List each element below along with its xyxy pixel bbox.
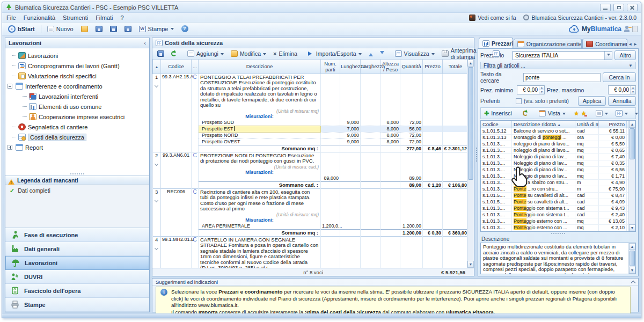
collapse-minus-icon[interactable] (8, 84, 12, 89)
remove-favorite-icon[interactable]: ★ (581, 110, 587, 116)
tree-item-report[interactable]: Report (6, 142, 148, 152)
scroll-up-icon[interactable]: ▲ (629, 243, 635, 250)
user-account-icon[interactable] (624, 26, 630, 32)
item-type[interactable]: C (192, 188, 199, 236)
grid-options-button[interactable] (613, 109, 631, 118)
grid-col-7[interactable]: Quantità (400, 60, 423, 74)
grid-cell[interactable] (443, 126, 467, 132)
row-collapse-icon[interactable] (155, 246, 158, 250)
grid-cell[interactable] (340, 175, 361, 182)
grid-cell[interactable] (361, 223, 381, 230)
price-list-row[interactable]: s.1.01.3....Ponteggio con sistema t...ca… (481, 212, 628, 218)
grid-cell[interactable] (381, 74, 400, 120)
grid-cell[interactable] (361, 152, 381, 175)
grid-cell[interactable] (321, 188, 340, 223)
grid-cell[interactable]: € 360,00 (443, 229, 467, 236)
tab-prezzari[interactable]: Prezzari (479, 38, 513, 48)
overflow-chevron-icon[interactable] (635, 113, 638, 116)
nav-lavorazioni[interactable]: Lavorazioni (5, 256, 149, 270)
price-list-row[interactable]: s.1.01.5....Ponte su cavalletti di alt..… (481, 193, 628, 199)
grid-cell[interactable] (361, 181, 381, 188)
tree-item-interferenze[interactable]: Interferenze e coordinamento (6, 81, 148, 91)
grid-cell[interactable] (400, 188, 423, 223)
grid-col-4[interactable]: Lunghezza (340, 60, 361, 74)
grid-cell[interactable]: 9,000 (340, 138, 361, 145)
menu-filmati[interactable]: Filmati (96, 14, 113, 21)
grid-cell[interactable] (321, 236, 340, 268)
elimina-button[interactable]: ×Elimina (270, 49, 300, 58)
grid-cell[interactable] (340, 223, 361, 230)
scroll-up-icon[interactable]: ▲ (629, 121, 635, 128)
grid-cell[interactable] (423, 175, 443, 182)
tab-scroll-right-icon[interactable]: ► (633, 42, 638, 47)
grid-cell[interactable] (443, 223, 467, 230)
col-sort[interactable]: ▲ (153, 60, 161, 74)
grid-cell[interactable]: 89,00 (400, 175, 423, 182)
measurement-row[interactable]: 89,00089,00 (153, 175, 467, 182)
grid-cell[interactable] (321, 229, 340, 236)
nav-stampe[interactable]: Stampe (5, 298, 149, 312)
add-favorite-icon[interactable]: ★ (574, 110, 579, 116)
grid-cell[interactable]: 1.200,0... (321, 223, 340, 230)
grid-cell[interactable]: 1.200,00 (400, 223, 423, 230)
collapse-panel-icon[interactable]: ‹ (144, 40, 146, 46)
grid-cell[interactable]: 56,00 (400, 126, 423, 132)
grid-cell[interactable] (400, 74, 423, 120)
grid-cell[interactable]: 9,000 (340, 132, 361, 138)
measurement-row[interactable]: Prospetto EST7,0008,00056,00 (153, 126, 467, 132)
tree-item-cooperazione[interactable]: Cooperazione imprese esecutrici (6, 112, 148, 122)
tree-item-elementi-uso-comune[interactable]: Elementi di uso comune (6, 101, 148, 112)
measurement-row[interactable]: Prospetto NORD9,0008,00072,00 (153, 132, 467, 138)
grid-cell[interactable] (400, 152, 423, 175)
price-list-scrollbar[interactable]: ▲ ▼ (628, 121, 635, 231)
row-expander[interactable]: 2 (153, 152, 161, 188)
columns-button[interactable] (593, 109, 611, 118)
tree-item-segnaletica[interactable]: Segnaletica di cantiere (6, 122, 148, 132)
bstart-button[interactable]: › bStart (5, 24, 38, 34)
grid-cell[interactable] (361, 229, 381, 236)
grid-cell[interactable] (321, 138, 340, 145)
tab-coordinamento[interactable]: Coordinamento i (582, 39, 627, 48)
grid-cell[interactable] (381, 145, 400, 152)
row-collapse-icon[interactable] (155, 198, 158, 202)
grid-cell[interactable] (361, 126, 381, 132)
suggestions-header[interactable]: Suggerimenti ed indicazioni (152, 279, 638, 286)
col-descrizione-ridotta[interactable]: Descrizione ridotta ▲ (512, 121, 575, 128)
close-button[interactable] (627, 4, 638, 11)
grid-col-2[interactable]: Descrizione (199, 60, 321, 74)
measurement-row[interactable]: Prospetto SUD9,0008,00072,00 (153, 120, 467, 126)
grid-cell[interactable]: € 106,80 (443, 181, 467, 188)
collapse-up-icon[interactable] (631, 280, 635, 284)
minimize-button[interactable] (600, 4, 611, 11)
grid-cell[interactable] (321, 74, 340, 120)
measurement-name[interactable]: Prospetto OVEST (199, 138, 321, 145)
grid-cell[interactable] (321, 152, 340, 175)
grid-cell[interactable] (423, 188, 443, 223)
visualizza-button[interactable]: Visualizza (392, 49, 437, 58)
grid-cell[interactable] (423, 120, 443, 126)
help-button[interactable]: ? (179, 24, 191, 33)
grid-cell[interactable] (321, 145, 340, 152)
grid-cell[interactable] (340, 236, 361, 268)
col-codice[interactable]: Codice (481, 121, 512, 128)
grid-col-8[interactable]: Prezzo (423, 60, 443, 74)
item-type[interactable]: C (192, 152, 199, 188)
price-list-row[interactable]: s.1.01.3....noleggio di piano di lavo...… (481, 141, 628, 148)
scroll-thumb[interactable] (468, 67, 473, 180)
grid-cell[interactable]: 89,000 (321, 175, 340, 182)
price-list-row[interactable]: s.1.01.5....Ponte su cavalletti di alt..… (481, 199, 628, 206)
myblumatica-link[interactable]: MyBlumatica (582, 25, 621, 33)
scroll-up-icon[interactable]: ▲ (467, 60, 474, 67)
search-input[interactable] (523, 73, 601, 82)
grid-cell[interactable] (381, 152, 400, 175)
grid-cell[interactable] (443, 74, 467, 120)
splitter-grip[interactable] (70, 173, 84, 174)
measurement-name[interactable]: Prospetto NORD (199, 132, 321, 138)
tree-item-lavorazioni-interferenti[interactable]: Lavorazioni interferenti (6, 91, 148, 101)
price-list-row[interactable]: s.1.01.3....noleggio di piano di lavo...… (481, 148, 628, 154)
grid-cell[interactable] (443, 138, 467, 145)
grid-cell[interactable] (423, 138, 443, 145)
grid-cell[interactable] (443, 236, 467, 268)
grid-cell[interactable]: 8,000 (381, 126, 400, 132)
item-description[interactable]: Recinzione di cantiere alta cm 200, eseg… (199, 188, 321, 223)
